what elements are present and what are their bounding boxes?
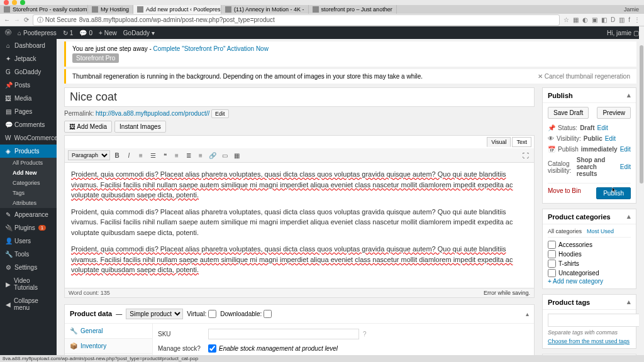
wp-bar-comments[interactable]: 💬 0 — [79, 30, 92, 36]
editor-visual-tab[interactable]: Visual — [487, 137, 511, 147]
italic-icon[interactable]: I — [124, 150, 134, 160]
wp-bar-updates[interactable]: ↻ 1 — [63, 30, 74, 36]
product-tab-inventory[interactable]: 📦 Inventory — [65, 339, 152, 354]
sidebar-item-comments[interactable]: 💬Comments — [0, 118, 57, 131]
box-toggle-icon[interactable]: ▴ — [526, 310, 529, 317]
ext-icon[interactable]: ◐ — [582, 16, 588, 23]
sidebar-sub-add-new[interactable]: Add New — [0, 168, 57, 178]
box-toggle-icon[interactable]: ▴ — [627, 212, 631, 221]
wp-bar-host[interactable]: GoDaddy ▾ — [123, 30, 155, 36]
reload-button[interactable]: ⟳ — [24, 16, 29, 23]
browser-tab[interactable]: (11) Annecy in Motion - 4K - — [221, 5, 309, 14]
fullscreen-icon[interactable]: ⛶ — [521, 150, 531, 160]
sidebar-sub-all-products[interactable]: All Products — [0, 158, 57, 168]
permalink-edit[interactable]: Edit — [211, 109, 229, 118]
activation-link[interactable]: Complete "Storefront Pro" Activation Now — [153, 45, 269, 52]
sidebar-item-dashboard[interactable]: ⌂Dashboard — [0, 39, 57, 52]
ol-icon[interactable]: ☰ — [148, 150, 158, 160]
save-draft-button[interactable]: Save Draft — [548, 107, 589, 119]
scrollbar[interactable] — [639, 26, 644, 354]
sidebar-item-settings[interactable]: ⚙Settings — [0, 261, 57, 274]
ul-icon[interactable]: ≡ — [136, 150, 146, 160]
add-media-button[interactable]: 🖼 Add Media — [64, 121, 112, 133]
permalink-url[interactable]: http://8va.a88.myftpupload.com/product// — [96, 110, 209, 117]
choose-tags-link[interactable]: Choose from the most used tags — [548, 338, 630, 344]
url-field[interactable]: ⓘ Not Secure 8va.a88.myftpupload.com/wp-… — [33, 14, 560, 26]
preview-button[interactable]: Preview — [597, 107, 631, 119]
move-to-bin[interactable]: Move to Bin — [548, 187, 581, 199]
toolbar-toggle-icon[interactable]: ▦ — [231, 150, 242, 160]
scroll-thumb[interactable] — [640, 45, 643, 184]
category-checkbox-hoodies[interactable]: Hoodies — [548, 250, 631, 259]
sidebar-item-pages[interactable]: ▤Pages — [0, 105, 57, 118]
box-toggle-icon[interactable]: ▴ — [627, 91, 631, 99]
align-center-icon[interactable]: ≣ — [184, 150, 194, 160]
wp-logo[interactable]: ⓦ — [5, 28, 11, 37]
edit-visibility[interactable]: Edit — [605, 135, 616, 142]
zoom-window-dot[interactable] — [20, 0, 25, 5]
sidebar-item-tools[interactable]: 🔧Tools — [0, 248, 57, 261]
close-window-dot[interactable] — [4, 0, 9, 5]
sidebar-item-godaddy[interactable]: GGoDaddy — [0, 65, 57, 79]
cat-tab-most[interactable]: Most Used — [587, 228, 614, 234]
sidebar-item-appearance[interactable]: ✎Appearance — [0, 208, 57, 221]
sidebar-item-plugins[interactable]: 🔌Plugins 1 — [0, 221, 57, 234]
sidebar-item-posts[interactable]: 📌Posts — [0, 79, 57, 92]
edit-status[interactable]: Edit — [597, 124, 608, 131]
product-type-select[interactable]: Simple product — [126, 309, 183, 319]
editor-body[interactable]: Proident, quia commodi dis? Placeat alia… — [65, 163, 534, 288]
browser-tab[interactable]: Add new product ‹ Pootlepres — [133, 5, 221, 14]
sidebar-item-video-tutorials[interactable]: ▶Video Tutorials — [0, 274, 57, 294]
forward-button[interactable]: → — [14, 16, 20, 23]
add-category-link[interactable]: + Add new category — [548, 278, 631, 285]
category-checkbox-accessories[interactable]: Accessories — [548, 240, 631, 250]
ext-icon[interactable]: f — [628, 16, 630, 23]
sidebar-item-media[interactable]: 🖼Media — [0, 92, 57, 105]
align-right-icon[interactable]: ≡ — [196, 150, 206, 160]
editor-text-tab[interactable]: Text — [512, 137, 531, 147]
sidebar-item-products[interactable]: ◈Products — [0, 145, 57, 158]
browser-tab[interactable]: Storefront Pro - easily custom — [0, 5, 88, 14]
sidebar-item-woocommerce[interactable]: WWooCommerce — [0, 131, 57, 145]
ext-icon[interactable]: ▦ — [573, 16, 579, 23]
product-title-input[interactable] — [64, 87, 535, 107]
edit-catalog[interactable]: Edit — [620, 163, 631, 170]
bold-icon[interactable]: B — [112, 150, 122, 160]
more-icon[interactable]: ▭ — [219, 150, 230, 160]
sidebar-item-collapse-menu[interactable]: ◀Collapse menu — [0, 294, 57, 314]
link-icon[interactable]: 🔗 — [208, 150, 218, 160]
manage-stock-checkbox[interactable] — [208, 344, 216, 353]
cat-tab-all[interactable]: All categories — [548, 228, 582, 234]
ext-icon[interactable]: D — [611, 16, 615, 23]
sidebar-sub-categories[interactable]: Categories — [0, 178, 57, 188]
sidebar-item-users[interactable]: 👤Users — [0, 234, 57, 248]
browser-tab[interactable]: My Hosting — [88, 5, 133, 14]
category-checkbox-uncategorised[interactable]: Uncategorised — [548, 268, 631, 278]
sku-input[interactable] — [208, 329, 359, 339]
category-checkbox-t-shirts[interactable]: T-shirts — [548, 259, 631, 268]
product-tab-general[interactable]: 🔧 General — [65, 324, 152, 339]
ext-icon[interactable]: ▣ — [592, 16, 597, 23]
sidebar-sub-tags[interactable]: Tags — [0, 188, 57, 198]
tag-input[interactable] — [548, 314, 644, 327]
wp-bar-site[interactable]: ⌂ Pootlepress — [18, 30, 57, 36]
back-button[interactable]: ← — [4, 16, 10, 23]
cancel-regen[interactable]: ✕ Cancel thumbnail regeneration — [538, 73, 630, 80]
wp-bar-new[interactable]: + New — [99, 30, 117, 36]
edit-schedule[interactable]: Edit — [620, 146, 631, 153]
ext-icon[interactable]: ◧ — [601, 16, 607, 23]
quote-icon[interactable]: ❝ — [160, 150, 170, 160]
virtual-checkbox[interactable] — [208, 310, 216, 318]
help-icon[interactable]: ? — [363, 331, 367, 337]
align-left-icon[interactable]: ≡ — [172, 150, 182, 160]
downloadable-checkbox[interactable] — [264, 310, 272, 318]
box-toggle-icon[interactable]: ▴ — [627, 298, 631, 306]
minimize-window-dot[interactable] — [12, 0, 17, 5]
menu-icon[interactable]: ⋮ — [634, 16, 640, 23]
browser-tab[interactable]: storefront pro – Just another — [309, 5, 397, 14]
instant-images-button[interactable]: Instant Images — [114, 121, 166, 133]
publish-button[interactable]: Publish — [596, 187, 631, 199]
star-icon[interactable]: ☆ — [564, 16, 569, 23]
format-select[interactable]: Paragraph — [68, 150, 110, 160]
sidebar-sub-attributes[interactable]: Attributes — [0, 198, 57, 208]
